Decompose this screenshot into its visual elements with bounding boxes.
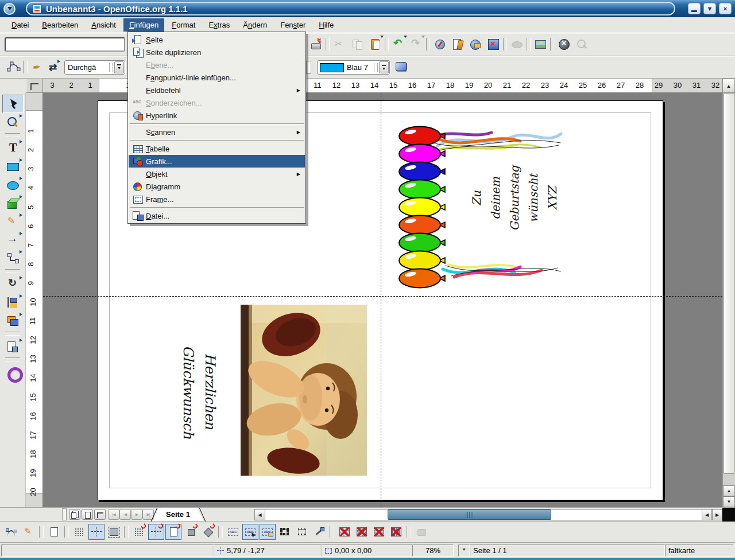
snap-to-object-frame-button[interactable] xyxy=(183,524,199,540)
double-click-to-edit-text-button[interactable] xyxy=(260,524,276,540)
vertical-ruler[interactable]: 1234567891011121314151617181920 xyxy=(26,93,43,507)
menu-item-scannen[interactable]: Scannen▶ xyxy=(129,126,305,138)
show-snap-lines-button[interactable] xyxy=(88,524,105,540)
menu-item-objekt[interactable]: Objekt▶ xyxy=(129,168,305,180)
select-tool-button[interactable] xyxy=(2,95,24,113)
interaction-tool-button[interactable] xyxy=(2,363,24,382)
card-greeting-text[interactable]: HerzlichenGlückwunsch xyxy=(175,345,221,437)
angel-image[interactable] xyxy=(241,305,367,476)
close-button[interactable]: × xyxy=(719,3,732,14)
combo-dropdown-button[interactable]: ▼ xyxy=(379,61,389,73)
zoom-tool-button[interactable] xyxy=(2,113,24,131)
zoom-button[interactable] xyxy=(485,36,501,53)
area-style-icon[interactable] xyxy=(396,62,407,71)
scroll-up-button[interactable]: ▲ xyxy=(723,485,735,496)
modify-with-attributes-button[interactable] xyxy=(311,524,327,540)
curve-tool-button[interactable] xyxy=(2,212,24,231)
contour-mode-button[interactable] xyxy=(354,524,370,540)
menu-item-frame[interactable]: Frame... xyxy=(129,193,305,205)
menu-item-seite[interactable]: Seite xyxy=(129,33,305,46)
menu-item-fangpunkt-linie-einfugen[interactable]: Fangpunkt/-linie einfügen... xyxy=(129,71,305,84)
quick-editing-button[interactable] xyxy=(225,524,241,540)
scroll-up-button[interactable]: ▲ xyxy=(722,79,735,93)
page-mode-button[interactable] xyxy=(69,509,80,520)
line-color-combo[interactable]: Blau 7 ▼ xyxy=(317,60,390,75)
imagemap-button[interactable] xyxy=(532,36,548,53)
scroll-down-button[interactable]: ▼ xyxy=(723,496,735,507)
menu-item-diagramm[interactable]: Diagramm xyxy=(129,180,305,193)
ruler-origin-button[interactable] xyxy=(26,79,43,93)
show-grid-button[interactable] xyxy=(71,524,87,540)
menubar-item-einfugen[interactable]: Einfügen xyxy=(123,18,164,32)
snap-to-snap-lines-button[interactable] xyxy=(148,524,164,540)
combo-dropdown-button[interactable]: ▼ xyxy=(114,61,124,73)
master-page-mode-button[interactable] xyxy=(82,509,93,520)
undo-button[interactable] xyxy=(390,36,407,53)
text-placeholder-button[interactable] xyxy=(371,524,387,540)
text-tool-button[interactable] xyxy=(2,139,24,157)
stop-loading-button[interactable] xyxy=(556,36,572,53)
rotate-tool-button[interactable] xyxy=(2,275,24,293)
picture-placeholder-button[interactable] xyxy=(336,524,353,540)
rotation-mode-button[interactable] xyxy=(21,524,37,540)
menu-item-seite-duplizieren[interactable]: Seite duplizieren xyxy=(129,46,305,59)
menu-item-feldbefehl[interactable]: Feldbefehl▶ xyxy=(129,84,305,96)
line-button[interactable]: ✒ xyxy=(29,59,45,75)
edit-points-mode-button[interactable] xyxy=(3,524,20,540)
menubar-item-datei[interactable]: Datei xyxy=(6,18,34,32)
3d-objects-tool-button[interactable] xyxy=(2,194,24,212)
menubar-item-bearbeiten[interactable]: Bearbeiten xyxy=(36,18,84,32)
menubar-item-extras[interactable]: Extras xyxy=(203,18,235,32)
line-contour-button[interactable] xyxy=(388,524,404,540)
menubar-item-format[interactable]: Format xyxy=(166,18,201,32)
vertical-scrollbar[interactable]: ▲ ▼ xyxy=(722,93,735,507)
menu-item-hyperlink[interactable]: Hyperlink xyxy=(129,109,305,122)
page-tab[interactable]: Seite 1 xyxy=(153,508,203,521)
horizontal-scrollbar-thumb[interactable] xyxy=(388,510,551,520)
menubar-item-ansicht[interactable]: Ansicht xyxy=(86,18,122,32)
menu-item-grafik[interactable]: Grafik... xyxy=(129,155,305,168)
maximize-button[interactable]: ▼ xyxy=(703,3,716,14)
lines-arrows-tool-button[interactable] xyxy=(2,231,24,249)
window-menu-button[interactable] xyxy=(3,3,16,15)
insert-tool-button[interactable] xyxy=(2,337,24,356)
titlebar[interactable]: Unbenannt3 - OpenOffice.org 1.1.1 ▼ × xyxy=(0,0,735,17)
line-style-combo[interactable]: Durchgä ▼ xyxy=(64,60,125,75)
stylist-button[interactable] xyxy=(450,36,466,53)
pane-splitter[interactable] xyxy=(62,508,67,520)
show-page-frame-button[interactable] xyxy=(106,524,122,540)
ellipse-tool-button[interactable] xyxy=(2,176,24,194)
simple-handles-button[interactable] xyxy=(277,524,293,540)
layer-mode-button[interactable] xyxy=(94,509,106,520)
url-field[interactable] xyxy=(5,37,125,52)
scroll-left-button[interactable]: ◀ xyxy=(254,509,265,520)
paste-button[interactable] xyxy=(367,36,383,53)
arrow-style-button[interactable]: ⇄ xyxy=(45,59,61,75)
card-front-text[interactable]: ZudeinemGeburtstagwünschtXYZ xyxy=(467,164,562,233)
snap-to-object-points-button[interactable] xyxy=(200,524,216,540)
gallery-button[interactable] xyxy=(467,36,483,53)
connector-tool-button[interactable] xyxy=(2,249,24,267)
snap-to-page-margins-button[interactable] xyxy=(165,524,181,540)
menu-item-tabelle[interactable]: Tabelle xyxy=(129,142,305,155)
arrange-tool-button[interactable] xyxy=(2,312,24,330)
menu-item-datei[interactable]: Datei... xyxy=(129,209,305,222)
vertical-scrollbar-thumb[interactable] xyxy=(724,93,734,474)
status-zoom-panel[interactable]: 78% xyxy=(412,545,454,557)
minimize-button[interactable] xyxy=(688,3,701,14)
fold-guide-vertical[interactable] xyxy=(381,93,381,507)
fold-guide-horizontal[interactable] xyxy=(43,296,722,297)
small-handles-button[interactable] xyxy=(294,524,310,540)
print-file-directly-button[interactable] xyxy=(308,36,324,53)
alignment-tool-button[interactable] xyxy=(2,293,24,312)
edit-points-button[interactable] xyxy=(6,59,22,75)
rectangle-tool-button[interactable] xyxy=(2,157,24,176)
menubar-item-fenster[interactable]: Fenster xyxy=(274,18,311,32)
select-text-area-only-button[interactable] xyxy=(242,524,258,540)
line-width-field-partial[interactable] xyxy=(306,61,311,74)
navigator-button[interactable] xyxy=(432,36,448,53)
menubar-item-hilfe[interactable]: Hilfe xyxy=(313,18,339,32)
scroll-left-button[interactable]: ◀ xyxy=(702,509,712,520)
scroll-right-button[interactable]: ▶ xyxy=(712,509,722,520)
snap-to-grid-button[interactable] xyxy=(131,524,147,540)
